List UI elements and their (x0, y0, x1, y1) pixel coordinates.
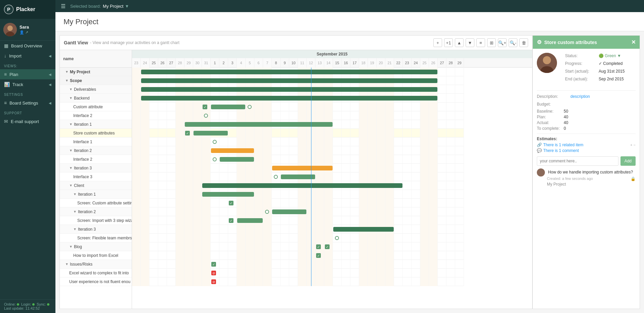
board-dropdown-icon[interactable]: ▼ (125, 4, 129, 9)
view-mode-grid[interactable]: ⊞ (487, 38, 496, 47)
gantt-day-cell (298, 199, 307, 207)
gantt-day-cell (324, 155, 333, 164)
gantt-row-interface-2b[interactable]: Interface 2 (60, 155, 132, 164)
gantt-chart-row[interactable] (132, 181, 464, 190)
sidebar-item-plan[interactable]: ≡ Plan ◀ (0, 69, 55, 79)
status-label: Status: (565, 53, 599, 59)
add-col-button[interactable]: +1 (444, 38, 453, 47)
gantt-row-excel-wizard[interactable]: Excel wizard to complex to fit into (60, 269, 132, 277)
add-row-button[interactable]: + (433, 38, 442, 47)
gantt-chart-row[interactable]: ✓ (132, 216, 464, 225)
gantt-row-blog[interactable]: ▼Blog (60, 242, 132, 251)
gantt-view-subtitle: - View and manage your activities on a g… (90, 40, 179, 45)
gantt-day-cell (438, 269, 446, 277)
gantt-day-cell (237, 199, 246, 207)
close-icon[interactable]: ✕ (631, 39, 636, 45)
gantt-row-how-to-import[interactable]: How to import from Excel (60, 251, 132, 260)
gantt-day-cell (350, 146, 359, 155)
app-logo[interactable]: P (4, 5, 13, 14)
gantt-chart-row[interactable] (132, 190, 464, 199)
gantt-chart-row[interactable]: ✓ (132, 129, 464, 138)
gantt-row-screen-custom[interactable]: Screen: Custom attribute settin (60, 199, 132, 207)
gantt-chart-panel[interactable]: September 2015 2324252627282930311234567… (132, 50, 532, 309)
gantt-chart-row[interactable] (132, 138, 464, 146)
gantt-chart-row[interactable] (132, 85, 464, 94)
sidebar-item-board-overview[interactable]: ▦ Board Overview (0, 41, 55, 51)
gantt-row-interface-2a[interactable]: Interface 2 (60, 111, 132, 120)
gantt-day-cell (438, 199, 446, 207)
gantt-day-cell (272, 269, 281, 277)
gantt-row-iteration-1[interactable]: ▼Iteration 1 (60, 120, 132, 129)
gantt-chart-row[interactable] (132, 146, 464, 155)
gantt-day-cell (132, 216, 141, 225)
gantt-row-screen-import[interactable]: Screen: Import with 3 step wiza (60, 216, 132, 225)
gantt-chart-row[interactable] (132, 225, 464, 234)
gantt-row-store-custom[interactable]: Store custom attributes (60, 129, 132, 138)
gantt-day-cell (446, 242, 455, 251)
zoom-out-button[interactable]: 🔍- (509, 38, 517, 47)
gantt-chart-row[interactable]: ✓✓ (132, 242, 464, 251)
gantt-day-cell (429, 216, 438, 225)
gantt-row-client-iter2[interactable]: ▼Iteration 2 (60, 207, 132, 216)
sidebar-item-import[interactable]: ↓ Import ◀ (0, 51, 55, 61)
gantt-day-cell (333, 216, 342, 225)
gantt-day-cell (281, 251, 289, 260)
gantt-chart-row[interactable] (132, 68, 464, 76)
gantt-chart-row[interactable] (132, 111, 464, 120)
gantt-day-19: 19 (368, 58, 377, 68)
gantt-chart-row[interactable] (132, 164, 464, 172)
gantt-chart-row[interactable] (132, 155, 464, 164)
gantt-day-cell (149, 277, 158, 286)
collapse-button[interactable]: ▲ (455, 38, 464, 47)
board-name[interactable]: My Project (103, 4, 123, 9)
gantt-row-client-iter1[interactable]: ▼Iteration 1 (60, 190, 132, 199)
gantt-chart-row[interactable]: ✓ (132, 251, 464, 260)
add-comment-button[interactable]: Add (620, 156, 636, 166)
gantt-day-cell (412, 260, 420, 269)
gantt-row-user-experience[interactable]: User experience is not fluent enou (60, 277, 132, 286)
gantt-row-interface-3[interactable]: Interface 3 (60, 172, 132, 181)
gantt-row-client[interactable]: ▼Client (60, 181, 132, 190)
gantt-row-backend[interactable]: ▼Backend (60, 94, 132, 103)
gantt-day-cell (315, 234, 324, 242)
gantt-chart-row[interactable]: ✓ (132, 103, 464, 111)
gantt-row-iteration-2[interactable]: ▼Iteration 2 (60, 146, 132, 155)
menu-icon[interactable]: ☰ (61, 3, 66, 9)
sidebar-item-email-support[interactable]: ✉ E-mail support (0, 116, 55, 126)
gantt-row-custom-attribute[interactable]: Custom attribute (60, 103, 132, 111)
expand-button[interactable]: ▼ (466, 38, 474, 47)
gantt-chart-row[interactable] (132, 207, 464, 216)
comment-input[interactable] (537, 156, 618, 166)
gantt-chart-row[interactable]: ⊘ (132, 277, 464, 286)
gantt-chart-row[interactable] (132, 94, 464, 103)
gantt-row-my-project[interactable]: ▼My Project (60, 68, 132, 76)
gantt-row-screen-flexible[interactable]: Screen: Flexible team membrs (60, 234, 132, 242)
gantt-row-issues-risks[interactable]: ▼Issues/Risks (60, 260, 132, 269)
gantt-chart-row[interactable]: ⊘ (132, 269, 464, 277)
view-mode-list[interactable]: ≡ (476, 38, 485, 47)
gantt-day-cell (315, 190, 324, 199)
gantt-chart-row[interactable] (132, 120, 464, 129)
plan-value: 40 (564, 115, 568, 119)
gantt-chart-row[interactable]: ✓ (132, 260, 464, 269)
sidebar-item-board-settings[interactable]: ≡ Board Settings ◀ (0, 98, 55, 108)
comment-count[interactable]: 💬 There is 1 comment (537, 148, 636, 153)
sidebar-item-track[interactable]: 📊 Track ◀ (0, 79, 55, 89)
gantt-chart-row[interactable] (132, 172, 464, 181)
baseline-value: 50 (564, 109, 568, 114)
gantt-day-cell (176, 269, 184, 277)
gantt-chart-row[interactable]: ✓ (132, 199, 464, 207)
zoom-in-button[interactable]: 🔍+ (498, 38, 507, 47)
gantt-row-interface-1[interactable]: Interface 1 (60, 138, 132, 146)
gantt-day-cell (263, 190, 272, 199)
trash-button[interactable]: 🗑 (519, 38, 528, 47)
gantt-row-deliverables[interactable]: ▼Deliverables (60, 85, 132, 94)
gantt-row-scope[interactable]: ▼Scope (60, 76, 132, 85)
related-item[interactable]: 🔗 There is 1 related item + − (537, 143, 636, 147)
gantt-day-cell (202, 138, 211, 146)
description-value[interactable]: description (570, 93, 590, 100)
gantt-row-client-iter3[interactable]: ▼Iteration 3 (60, 225, 132, 234)
gantt-chart-row[interactable] (132, 234, 464, 242)
gantt-row-iteration-3[interactable]: ▼Iteration 3 (60, 164, 132, 172)
gantt-chart-row[interactable] (132, 76, 464, 85)
